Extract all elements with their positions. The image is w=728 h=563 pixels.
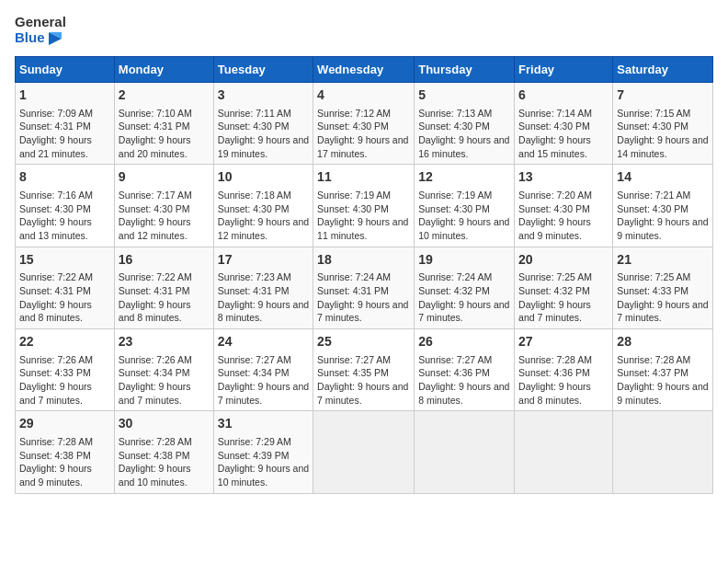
page-header: General Blue bbox=[15, 15, 713, 45]
day-info: Sunrise: 7:26 AM Sunset: 4:33 PM Dayligh… bbox=[19, 353, 110, 408]
col-header-sunday: Sunday bbox=[16, 57, 115, 83]
calendar-day-11: 11Sunrise: 7:19 AM Sunset: 4:30 PM Dayli… bbox=[313, 165, 415, 247]
day-info: Sunrise: 7:21 AM Sunset: 4:30 PM Dayligh… bbox=[617, 189, 709, 243]
day-info: Sunrise: 7:23 AM Sunset: 4:31 PM Dayligh… bbox=[218, 270, 309, 325]
day-info: Sunrise: 7:27 AM Sunset: 4:35 PM Dayligh… bbox=[317, 353, 410, 408]
logo-general: General bbox=[15, 15, 66, 30]
col-header-wednesday: Wednesday bbox=[313, 57, 415, 83]
empty-cell bbox=[515, 411, 613, 493]
day-number: 27 bbox=[518, 333, 609, 351]
calendar-day-13: 13Sunrise: 7:20 AM Sunset: 4:30 PM Dayli… bbox=[515, 165, 613, 247]
day-info: Sunrise: 7:28 AM Sunset: 4:36 PM Dayligh… bbox=[518, 353, 609, 408]
calendar-day-19: 19Sunrise: 7:24 AM Sunset: 4:32 PM Dayli… bbox=[415, 247, 515, 328]
calendar-day-25: 25Sunrise: 7:27 AM Sunset: 4:35 PM Dayli… bbox=[313, 329, 415, 411]
day-number: 19 bbox=[418, 251, 510, 270]
calendar-day-16: 16Sunrise: 7:22 AM Sunset: 4:31 PM Dayli… bbox=[114, 247, 213, 328]
day-number: 2 bbox=[119, 86, 210, 105]
calendar-day-23: 23Sunrise: 7:26 AM Sunset: 4:34 PM Dayli… bbox=[114, 329, 213, 411]
logo: General Blue bbox=[15, 15, 66, 45]
day-info: Sunrise: 7:15 AM Sunset: 4:30 PM Dayligh… bbox=[617, 107, 709, 161]
day-info: Sunrise: 7:12 AM Sunset: 4:30 PM Dayligh… bbox=[317, 107, 410, 161]
day-number: 10 bbox=[218, 168, 309, 187]
day-number: 20 bbox=[518, 251, 609, 270]
day-info: Sunrise: 7:26 AM Sunset: 4:34 PM Dayligh… bbox=[119, 353, 210, 408]
day-number: 4 bbox=[317, 86, 410, 105]
empty-cell bbox=[415, 411, 515, 493]
col-header-thursday: Thursday bbox=[415, 57, 515, 83]
calendar-day-28: 28Sunrise: 7:28 AM Sunset: 4:37 PM Dayli… bbox=[613, 329, 713, 411]
day-number: 21 bbox=[617, 251, 709, 270]
day-info: Sunrise: 7:27 AM Sunset: 4:36 PM Dayligh… bbox=[418, 353, 510, 408]
day-info: Sunrise: 7:17 AM Sunset: 4:30 PM Dayligh… bbox=[119, 189, 210, 243]
calendar-day-5: 5Sunrise: 7:13 AM Sunset: 4:30 PM Daylig… bbox=[415, 83, 515, 165]
day-info: Sunrise: 7:27 AM Sunset: 4:34 PM Dayligh… bbox=[218, 353, 309, 408]
empty-cell bbox=[313, 411, 415, 493]
day-info: Sunrise: 7:22 AM Sunset: 4:31 PM Dayligh… bbox=[119, 270, 210, 325]
day-info: Sunrise: 7:13 AM Sunset: 4:30 PM Dayligh… bbox=[418, 107, 510, 161]
calendar-day-15: 15Sunrise: 7:22 AM Sunset: 4:31 PM Dayli… bbox=[16, 247, 115, 328]
day-number: 28 bbox=[617, 333, 709, 351]
calendar-week-4: 22Sunrise: 7:26 AM Sunset: 4:33 PM Dayli… bbox=[16, 329, 713, 411]
day-number: 29 bbox=[19, 415, 110, 433]
calendar-day-17: 17Sunrise: 7:23 AM Sunset: 4:31 PM Dayli… bbox=[213, 247, 313, 328]
calendar-week-5: 29Sunrise: 7:28 AM Sunset: 4:38 PM Dayli… bbox=[16, 411, 713, 493]
day-info: Sunrise: 7:19 AM Sunset: 4:30 PM Dayligh… bbox=[418, 189, 510, 243]
day-info: Sunrise: 7:19 AM Sunset: 4:30 PM Dayligh… bbox=[317, 189, 410, 243]
logo-arrow-icon bbox=[49, 32, 62, 45]
calendar-day-22: 22Sunrise: 7:26 AM Sunset: 4:33 PM Dayli… bbox=[16, 329, 115, 411]
day-number: 9 bbox=[119, 168, 210, 187]
calendar-day-1: 1Sunrise: 7:09 AM Sunset: 4:31 PM Daylig… bbox=[16, 83, 115, 165]
day-number: 24 bbox=[218, 333, 309, 351]
day-info: Sunrise: 7:09 AM Sunset: 4:31 PM Dayligh… bbox=[19, 107, 110, 161]
day-info: Sunrise: 7:25 AM Sunset: 4:32 PM Dayligh… bbox=[518, 270, 609, 325]
day-number: 11 bbox=[317, 168, 410, 187]
day-number: 15 bbox=[19, 251, 110, 270]
calendar-week-3: 15Sunrise: 7:22 AM Sunset: 4:31 PM Dayli… bbox=[16, 247, 713, 328]
day-number: 22 bbox=[19, 333, 110, 351]
day-number: 14 bbox=[617, 168, 709, 187]
day-info: Sunrise: 7:11 AM Sunset: 4:30 PM Dayligh… bbox=[218, 107, 309, 161]
day-number: 12 bbox=[418, 168, 510, 187]
calendar-day-8: 8Sunrise: 7:16 AM Sunset: 4:30 PM Daylig… bbox=[16, 165, 115, 247]
calendar-day-30: 30Sunrise: 7:28 AM Sunset: 4:38 PM Dayli… bbox=[114, 411, 213, 493]
calendar-day-3: 3Sunrise: 7:11 AM Sunset: 4:30 PM Daylig… bbox=[213, 83, 313, 165]
calendar-day-31: 31Sunrise: 7:29 AM Sunset: 4:39 PM Dayli… bbox=[213, 411, 313, 493]
day-info: Sunrise: 7:24 AM Sunset: 4:31 PM Dayligh… bbox=[317, 270, 410, 325]
calendar-week-2: 8Sunrise: 7:16 AM Sunset: 4:30 PM Daylig… bbox=[16, 165, 713, 247]
day-info: Sunrise: 7:28 AM Sunset: 4:38 PM Dayligh… bbox=[119, 435, 210, 489]
calendar-day-29: 29Sunrise: 7:28 AM Sunset: 4:38 PM Dayli… bbox=[16, 411, 115, 493]
day-number: 16 bbox=[119, 251, 210, 270]
calendar-week-1: 1Sunrise: 7:09 AM Sunset: 4:31 PM Daylig… bbox=[16, 83, 713, 165]
calendar-day-4: 4Sunrise: 7:12 AM Sunset: 4:30 PM Daylig… bbox=[313, 83, 415, 165]
calendar-day-7: 7Sunrise: 7:15 AM Sunset: 4:30 PM Daylig… bbox=[613, 83, 713, 165]
calendar-day-26: 26Sunrise: 7:27 AM Sunset: 4:36 PM Dayli… bbox=[415, 329, 515, 411]
calendar-day-14: 14Sunrise: 7:21 AM Sunset: 4:30 PM Dayli… bbox=[613, 165, 713, 247]
calendar-table: SundayMondayTuesdayWednesdayThursdayFrid… bbox=[15, 56, 713, 494]
day-number: 31 bbox=[218, 415, 309, 433]
day-info: Sunrise: 7:25 AM Sunset: 4:33 PM Dayligh… bbox=[617, 270, 709, 325]
day-info: Sunrise: 7:18 AM Sunset: 4:30 PM Dayligh… bbox=[218, 189, 309, 243]
day-info: Sunrise: 7:10 AM Sunset: 4:31 PM Dayligh… bbox=[119, 107, 210, 161]
day-info: Sunrise: 7:28 AM Sunset: 4:37 PM Dayligh… bbox=[617, 353, 709, 408]
calendar-day-2: 2Sunrise: 7:10 AM Sunset: 4:31 PM Daylig… bbox=[114, 83, 213, 165]
calendar-day-27: 27Sunrise: 7:28 AM Sunset: 4:36 PM Dayli… bbox=[515, 329, 613, 411]
calendar-day-24: 24Sunrise: 7:27 AM Sunset: 4:34 PM Dayli… bbox=[213, 329, 313, 411]
calendar-day-6: 6Sunrise: 7:14 AM Sunset: 4:30 PM Daylig… bbox=[515, 83, 613, 165]
day-number: 8 bbox=[19, 168, 110, 187]
day-number: 17 bbox=[218, 251, 309, 270]
col-header-friday: Friday bbox=[515, 57, 613, 83]
logo-blue: Blue bbox=[15, 30, 66, 46]
calendar-day-10: 10Sunrise: 7:18 AM Sunset: 4:30 PM Dayli… bbox=[213, 165, 313, 247]
day-info: Sunrise: 7:16 AM Sunset: 4:30 PM Dayligh… bbox=[19, 189, 110, 243]
day-number: 6 bbox=[518, 86, 609, 105]
day-info: Sunrise: 7:28 AM Sunset: 4:38 PM Dayligh… bbox=[19, 435, 110, 489]
day-number: 26 bbox=[418, 333, 510, 351]
day-info: Sunrise: 7:22 AM Sunset: 4:31 PM Dayligh… bbox=[19, 270, 110, 325]
day-info: Sunrise: 7:24 AM Sunset: 4:32 PM Dayligh… bbox=[418, 270, 510, 325]
calendar-day-18: 18Sunrise: 7:24 AM Sunset: 4:31 PM Dayli… bbox=[313, 247, 415, 328]
day-number: 3 bbox=[218, 86, 309, 105]
day-number: 18 bbox=[317, 251, 410, 270]
col-header-monday: Monday bbox=[114, 57, 213, 83]
col-header-tuesday: Tuesday bbox=[213, 57, 313, 83]
day-number: 1 bbox=[19, 86, 110, 105]
